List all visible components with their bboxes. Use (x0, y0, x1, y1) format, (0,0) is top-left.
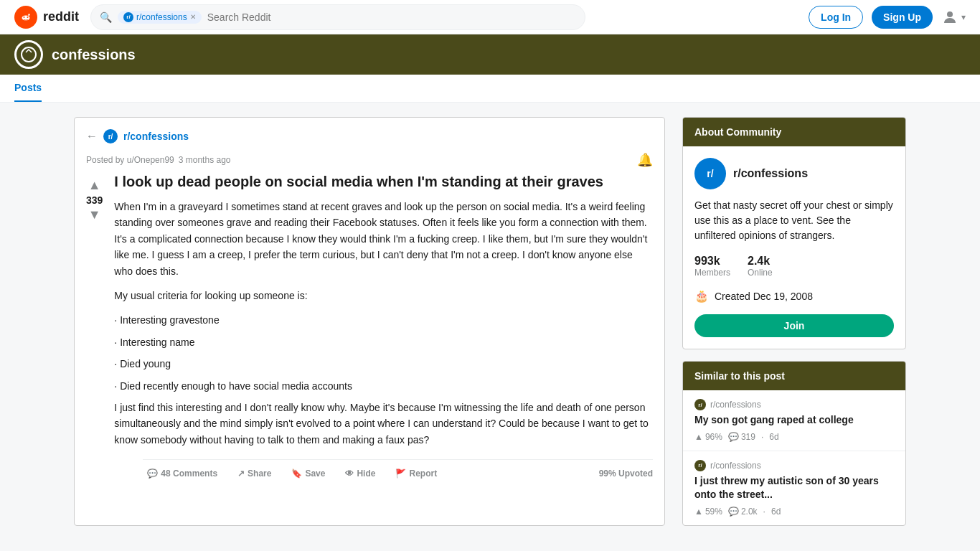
similar-post-2-sub-icon: r/ (694, 460, 706, 471)
bullet-separator-2: · (763, 507, 765, 517)
comments-icon: 💬 (147, 468, 158, 479)
post-content: I look up dead people on social media wh… (114, 174, 653, 481)
subreddit-info-row: r/ r/confessions (694, 158, 894, 189)
post-time: 3 months ago (179, 155, 231, 165)
save-icon: 🔖 (291, 468, 302, 479)
svg-point-2 (24, 17, 25, 18)
similar-post-2-upvotes: ▲ 59% (694, 507, 722, 517)
similar-post-1-sub-name: r/confessions (710, 400, 761, 410)
posted-by: Posted by u/Onepen99 (86, 155, 174, 165)
report-icon: 🚩 (395, 468, 406, 479)
post-body-p2: I just find this interesting and I don't… (114, 400, 653, 448)
search-tag-label: r/confessions (136, 12, 187, 22)
svg-point-5 (947, 11, 953, 17)
comments-count: 48 Comments (161, 468, 217, 479)
similar-post-2-sub-row: r/ r/confessions (694, 460, 894, 471)
breadcrumb: ← r/ r/confessions (86, 129, 653, 143)
post-meta: Posted by u/Onepen99 3 months ago 🔔 (86, 152, 653, 168)
post-title: I look up dead people on social media wh… (114, 174, 653, 190)
report-label: Report (409, 468, 437, 479)
reddit-logo-icon (14, 6, 37, 29)
online-stat: 2.4k Online (748, 255, 773, 278)
downvote-button[interactable]: ▼ (87, 206, 103, 224)
post-criteria-list: · Interesting gravestone · Interesting n… (114, 312, 653, 394)
members-value: 993k (694, 255, 730, 268)
comment-icon-2: 💬 (728, 507, 739, 517)
search-tag-close-icon[interactable]: ✕ (190, 13, 196, 21)
back-arrow-icon[interactable]: ← (86, 130, 98, 143)
created-date: Created Dec 19, 2008 (715, 291, 813, 302)
post-body-p1: When I'm in a graveyard I sometimes stan… (114, 199, 653, 279)
similar-posts-header: Similar to this post (683, 362, 905, 390)
similar-post-2-time: 6d (771, 507, 781, 517)
share-button[interactable]: ↗ Share (233, 466, 275, 481)
online-value: 2.4k (748, 255, 773, 268)
search-icon: 🔍 (100, 11, 112, 23)
subreddit-name: r/confessions (733, 167, 808, 180)
breadcrumb-sub-name[interactable]: r/confessions (123, 131, 189, 142)
tab-posts[interactable]: Posts (14, 75, 42, 102)
comments-button[interactable]: 💬 48 Comments (143, 466, 222, 481)
comment-icon: 💬 (728, 432, 739, 442)
online-label: Online (748, 268, 773, 278)
similar-post-1-upvotes: ▲ 96% (694, 432, 722, 442)
subreddit-banner-name: confessions (52, 47, 136, 63)
about-community-body: r/ r/confessions Get that nasty secret o… (683, 146, 905, 349)
vote-count: 339 (86, 194, 103, 206)
hide-icon: 👁 (345, 468, 354, 479)
report-button[interactable]: 🚩 Report (391, 466, 441, 481)
save-label: Save (305, 468, 325, 479)
subreddit-tag-icon: r/ (123, 12, 133, 22)
about-description: Get that nasty secret off your chest or … (694, 198, 894, 243)
post-body: When I'm in a graveyard I sometimes stan… (114, 199, 653, 448)
reddit-wordmark: reddit (43, 9, 79, 24)
search-tag[interactable]: r/ r/confessions ✕ (118, 11, 202, 24)
similar-post-1-sub-row: r/ r/confessions (694, 399, 894, 410)
upvote-icon: ▲ (694, 432, 703, 442)
notification-bell-icon[interactable]: 🔔 (637, 152, 653, 168)
hide-button[interactable]: 👁 Hide (341, 466, 380, 481)
breadcrumb-sub-icon: r/ (103, 129, 118, 143)
criteria-4: · Died recently enough to have social me… (114, 378, 653, 394)
svg-point-1 (22, 15, 30, 20)
similar-post-1[interactable]: r/ r/confessions My son got gang raped a… (683, 390, 905, 451)
search-bar[interactable]: 🔍 r/ r/confessions ✕ (90, 4, 585, 30)
hide-label: Hide (357, 468, 375, 479)
similar-post-1-sub-icon: r/ (694, 399, 706, 410)
cake-icon: 🎂 (694, 289, 709, 303)
upvoted-percentage: 99% Upvoted (599, 468, 653, 479)
criteria-3: · Died young (114, 356, 653, 372)
bullet-separator: · (761, 432, 763, 442)
similar-post-2[interactable]: r/ r/confessions I just threw my autisti… (683, 451, 905, 525)
similar-posts-card: Similar to this post r/ r/confessions My… (682, 361, 906, 526)
members-label: Members (694, 268, 730, 278)
similar-post-1-meta: ▲ 96% 💬 319 · 6d (694, 432, 894, 442)
upvote-icon-2: ▲ (694, 507, 703, 517)
post-vote-title-row: ▲ 339 ▼ I look up dead people on social … (86, 174, 653, 481)
signup-button[interactable]: Sign Up (872, 6, 933, 29)
subreddit-banner: confessions (0, 34, 980, 75)
similar-post-2-meta: ▲ 59% 💬 2.0k · 6d (694, 507, 894, 517)
similar-post-1-comments: 💬 319 (728, 432, 755, 442)
stats-row: 993k Members 2.4k Online (694, 255, 894, 278)
user-menu[interactable]: ▾ (941, 9, 966, 26)
members-stat: 993k Members (694, 255, 730, 278)
upvote-button[interactable]: ▲ (87, 176, 103, 194)
login-button[interactable]: Log In (809, 6, 863, 29)
similar-post-2-comments: 💬 2.0k (728, 507, 758, 517)
nav-tabs: Posts (0, 75, 980, 103)
criteria-1: · Interesting gravestone (114, 312, 653, 328)
logo[interactable]: reddit (14, 6, 79, 29)
vote-section: ▲ 339 ▼ (86, 176, 103, 224)
svg-point-3 (27, 17, 29, 18)
subreddit-avatar-text: r/ (707, 168, 713, 179)
save-button[interactable]: 🔖 Save (287, 466, 329, 481)
created-row: 🎂 Created Dec 19, 2008 (694, 289, 894, 303)
about-community-card: About Community r/ r/confessions Get tha… (682, 117, 906, 349)
join-button[interactable]: Join (694, 314, 894, 337)
search-input[interactable] (207, 11, 351, 23)
header-actions: Log In Sign Up ▾ (809, 6, 966, 29)
post-meta-left: Posted by u/Onepen99 3 months ago (86, 155, 230, 165)
similar-post-2-sub-name: r/confessions (710, 461, 761, 471)
main-container: ← r/ r/confessions Posted by u/Onepen99 … (60, 117, 920, 526)
